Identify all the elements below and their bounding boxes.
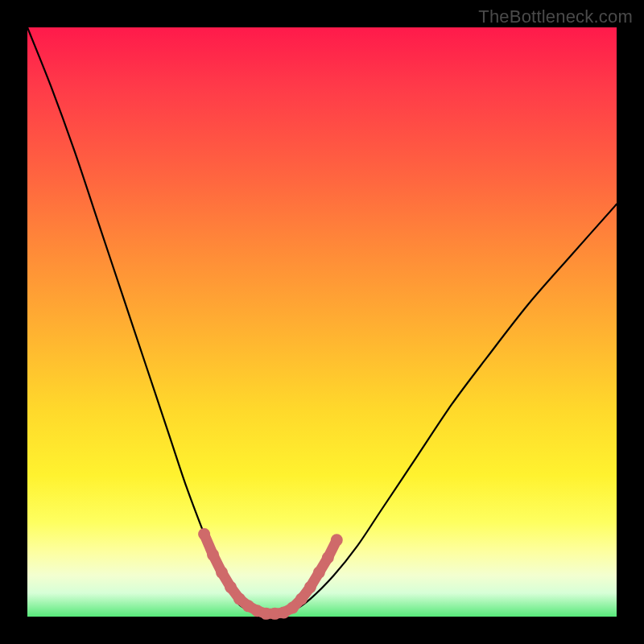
marker-dot <box>225 581 237 593</box>
plot-area <box>27 27 617 617</box>
marker-dot <box>322 551 334 564</box>
curve-markers <box>198 528 343 620</box>
marker-dot <box>331 534 343 546</box>
chart-svg <box>27 27 617 617</box>
marker-dot <box>287 602 299 614</box>
marker-dot <box>207 549 219 561</box>
marker-dot <box>304 581 316 593</box>
watermark-text: TheBottleneck.com <box>478 6 633 27</box>
marker-dot <box>198 528 210 540</box>
marker-dot <box>216 567 228 579</box>
bottleneck-curve <box>27 27 617 614</box>
marker-dot <box>295 593 308 605</box>
marker-dot <box>313 567 325 579</box>
chart-frame: TheBottleneck.com <box>0 0 644 644</box>
